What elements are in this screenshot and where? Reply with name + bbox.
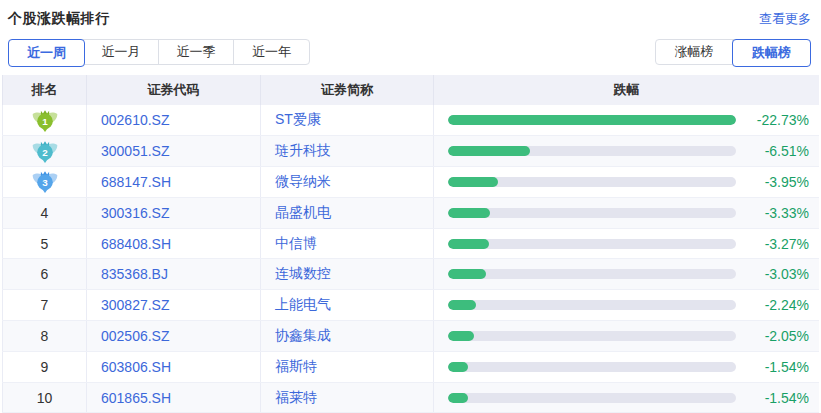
stock-name[interactable]: 上能电气 bbox=[275, 296, 331, 312]
decline-bar-track bbox=[448, 177, 736, 187]
rank-1-medal-icon: 1 bbox=[31, 109, 59, 132]
stock-code[interactable]: 002610.SZ bbox=[101, 112, 170, 128]
rank-cell: 2 bbox=[3, 136, 87, 167]
toggle-losers-board[interactable]: 跌幅榜 bbox=[732, 39, 811, 67]
table-row: 8 002506.SZ 协鑫集成 -2.05% bbox=[3, 321, 820, 352]
tab-last-quarter[interactable]: 近一季 bbox=[159, 40, 234, 64]
table-row: 1 002610.SZ ST爱康 -22.73% bbox=[3, 105, 820, 136]
table-row: 2 300051.SZ 琏升科技 -6.51% bbox=[3, 136, 820, 167]
stock-name[interactable]: 微导纳米 bbox=[275, 173, 331, 189]
stock-name[interactable]: ST爱康 bbox=[275, 111, 321, 127]
stock-name[interactable]: 琏升科技 bbox=[275, 142, 331, 158]
column-header-code: 证券代码 bbox=[87, 75, 261, 105]
decline-percent: -3.27% bbox=[736, 236, 819, 252]
decline-bar-track bbox=[448, 269, 736, 279]
stock-name[interactable]: 福莱特 bbox=[275, 389, 317, 405]
tab-last-month[interactable]: 近一月 bbox=[84, 40, 159, 64]
rank-cell: 1 bbox=[3, 105, 87, 136]
decline-bar-fill bbox=[448, 115, 736, 125]
table-row: 4 300316.SZ 晶盛机电 -3.33% bbox=[3, 197, 820, 228]
rank-cell: 9 bbox=[3, 351, 87, 382]
decline-bar-track bbox=[448, 146, 736, 156]
stock-name[interactable]: 协鑫集成 bbox=[275, 327, 331, 343]
rank-cell: 7 bbox=[3, 290, 87, 321]
decline-bar-track bbox=[448, 331, 736, 341]
decline-bar-fill bbox=[448, 239, 489, 249]
stock-ranking-widget: 个股涨跌幅排行 查看更多 近一周 近一月 近一季 近一年 涨幅榜 跌幅榜 排名 … bbox=[0, 0, 821, 413]
decline-bar-fill bbox=[448, 393, 468, 403]
rank-2-medal-icon: 2 bbox=[31, 140, 59, 163]
ranking-table-body: 1 002610.SZ ST爱康 -22.73% 2 300051.SZ 琏升科… bbox=[3, 105, 820, 413]
stock-code[interactable]: 300827.SZ bbox=[101, 297, 170, 313]
table-row: 7 300827.SZ 上能电气 -2.24% bbox=[3, 290, 820, 321]
rank-3-medal-icon: 3 bbox=[31, 170, 59, 193]
decline-percent: -6.51% bbox=[736, 143, 819, 159]
rank-cell: 3 bbox=[3, 167, 87, 198]
column-header-name: 证券简称 bbox=[261, 75, 434, 105]
decline-bar-fill bbox=[448, 146, 530, 156]
rank-cell: 4 bbox=[3, 197, 87, 228]
decline-bar-track bbox=[448, 239, 736, 249]
tab-last-week[interactable]: 近一周 bbox=[8, 39, 85, 67]
tab-last-year[interactable]: 近一年 bbox=[234, 40, 309, 64]
svg-text:3: 3 bbox=[42, 177, 48, 188]
decline-bar-fill bbox=[448, 362, 468, 372]
decline-bar-fill bbox=[448, 269, 486, 279]
stock-code[interactable]: 835368.BJ bbox=[101, 266, 168, 282]
board-toggle-group: 涨幅榜 跌幅榜 bbox=[655, 39, 811, 65]
stock-code[interactable]: 688147.SH bbox=[101, 174, 171, 190]
period-tab-group: 近一周 近一月 近一季 近一年 bbox=[8, 39, 310, 65]
decline-percent: -3.95% bbox=[736, 174, 819, 190]
decline-percent: -3.33% bbox=[736, 205, 819, 221]
table-header-row: 排名 证券代码 证券简称 跌幅 bbox=[3, 75, 820, 105]
controls-row: 近一周 近一月 近一季 近一年 涨幅榜 跌幅榜 bbox=[8, 39, 811, 65]
decline-percent: -3.03% bbox=[736, 266, 819, 282]
decline-bar-track bbox=[448, 393, 736, 403]
rank-cell: 10 bbox=[3, 382, 87, 413]
decline-bar-track bbox=[448, 115, 736, 125]
svg-text:2: 2 bbox=[42, 146, 48, 157]
stock-name[interactable]: 晶盛机电 bbox=[275, 204, 331, 220]
column-header-decline: 跌幅 bbox=[434, 75, 820, 105]
decline-percent: -2.05% bbox=[736, 328, 819, 344]
table-row: 6 835368.BJ 连城数控 -3.03% bbox=[3, 259, 820, 290]
decline-percent: -1.54% bbox=[736, 359, 819, 375]
decline-percent: -22.73% bbox=[736, 112, 819, 128]
decline-bar-fill bbox=[448, 331, 474, 341]
stock-name[interactable]: 中信博 bbox=[275, 235, 317, 251]
decline-bar-track bbox=[448, 362, 736, 372]
table-row: 5 688408.SH 中信博 -3.27% bbox=[3, 228, 820, 259]
stock-name[interactable]: 福斯特 bbox=[275, 358, 317, 374]
stock-name[interactable]: 连城数控 bbox=[275, 265, 331, 281]
rank-cell: 5 bbox=[3, 228, 87, 259]
stock-code[interactable]: 601865.SH bbox=[101, 390, 171, 406]
table-row: 10 601865.SH 福莱特 -1.54% bbox=[3, 382, 820, 413]
svg-text:1: 1 bbox=[42, 115, 48, 126]
ranking-table: 排名 证券代码 证券简称 跌幅 1 002610.SZ ST爱康 -22.73%… bbox=[2, 75, 819, 413]
table-row: 9 603806.SH 福斯特 -1.54% bbox=[3, 351, 820, 382]
stock-code[interactable]: 603806.SH bbox=[101, 359, 171, 375]
widget-header: 个股涨跌幅排行 查看更多 bbox=[0, 0, 821, 28]
decline-bar-track bbox=[448, 208, 736, 218]
decline-bar-fill bbox=[448, 300, 476, 310]
toggle-gainers-board[interactable]: 涨幅榜 bbox=[656, 40, 733, 64]
see-more-link[interactable]: 查看更多 bbox=[759, 10, 811, 28]
rank-cell: 8 bbox=[3, 321, 87, 352]
rank-cell: 6 bbox=[3, 259, 87, 290]
page-title: 个股涨跌幅排行 bbox=[8, 10, 110, 28]
table-row: 3 688147.SH 微导纳米 -3.95% bbox=[3, 167, 820, 198]
decline-percent: -2.24% bbox=[736, 297, 819, 313]
stock-code[interactable]: 300051.SZ bbox=[101, 143, 170, 159]
decline-percent: -1.54% bbox=[736, 390, 819, 406]
stock-code[interactable]: 688408.SH bbox=[101, 236, 171, 252]
decline-bar-fill bbox=[448, 177, 498, 187]
stock-code[interactable]: 300316.SZ bbox=[101, 205, 170, 221]
stock-code[interactable]: 002506.SZ bbox=[101, 328, 170, 344]
decline-bar-fill bbox=[448, 208, 490, 218]
column-header-rank: 排名 bbox=[3, 75, 87, 105]
decline-bar-track bbox=[448, 300, 736, 310]
